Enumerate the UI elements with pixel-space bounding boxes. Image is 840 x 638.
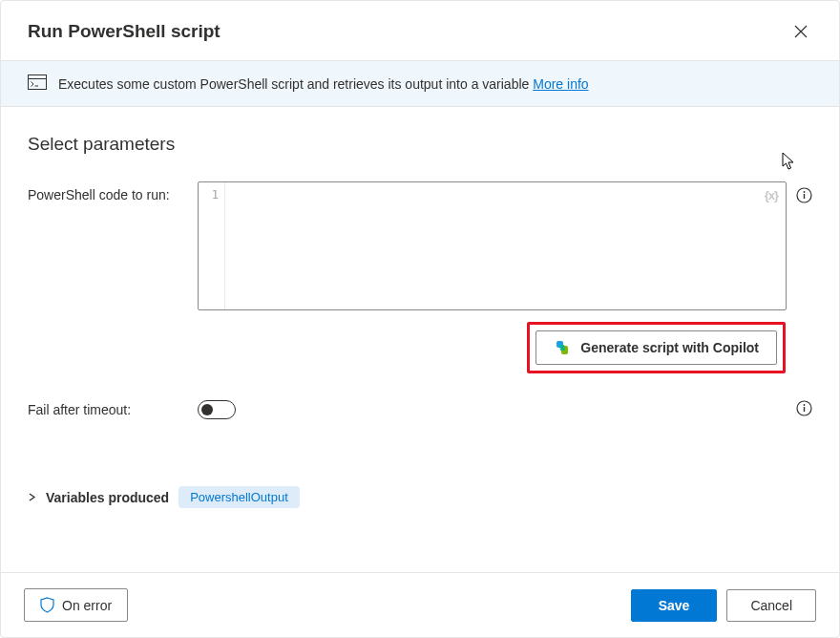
generate-copilot-button[interactable]: Generate script with Copilot: [536, 330, 777, 365]
variables-label: Variables produced: [46, 490, 169, 505]
more-info-link[interactable]: More info: [533, 76, 588, 92]
save-button[interactable]: Save: [631, 589, 718, 622]
variables-row: Variables produced PowershellOutput: [28, 486, 812, 508]
dialog-footer: On error Save Cancel: [1, 572, 839, 637]
copilot-row: Generate script with Copilot: [28, 322, 786, 373]
shield-icon: [40, 597, 54, 613]
code-row: PowerShell code to run: 1 {x}: [28, 181, 812, 310]
svg-point-7: [804, 404, 806, 406]
code-label: PowerShell code to run:: [28, 181, 188, 202]
section-title: Select parameters: [28, 134, 812, 155]
banner-text: Executes some custom PowerShell script a…: [58, 76, 589, 92]
dialog-content: Select parameters PowerShell code to run…: [1, 107, 839, 508]
copilot-icon: [554, 339, 571, 356]
toggle-thumb: [201, 404, 213, 415]
info-banner: Executes some custom PowerShell script a…: [1, 60, 839, 107]
cancel-button[interactable]: Cancel: [726, 589, 816, 622]
timeout-row: Fail after timeout:: [28, 400, 812, 419]
variable-icon[interactable]: {x}: [765, 188, 778, 202]
script-icon: [28, 74, 47, 93]
dialog-title: Run PowerShell script: [28, 21, 220, 42]
svg-rect-5: [804, 194, 805, 199]
svg-point-4: [804, 191, 806, 193]
info-icon[interactable]: [796, 181, 812, 206]
info-icon[interactable]: [796, 400, 812, 419]
close-icon: [793, 24, 808, 39]
on-error-label: On error: [62, 598, 112, 613]
dialog-header: Run PowerShell script: [1, 1, 839, 60]
svg-rect-8: [804, 407, 805, 412]
timeout-toggle[interactable]: [198, 400, 236, 419]
copilot-label: Generate script with Copilot: [580, 340, 759, 355]
on-error-button[interactable]: On error: [24, 588, 128, 622]
copilot-highlight: Generate script with Copilot: [527, 322, 786, 373]
code-gutter: 1: [199, 182, 225, 309]
close-button[interactable]: [789, 20, 812, 43]
variable-chip[interactable]: PowershellOutput: [178, 486, 300, 508]
code-editor[interactable]: 1 {x}: [198, 181, 787, 310]
chevron-right-icon[interactable]: [28, 491, 36, 504]
timeout-label: Fail after timeout:: [28, 402, 198, 417]
